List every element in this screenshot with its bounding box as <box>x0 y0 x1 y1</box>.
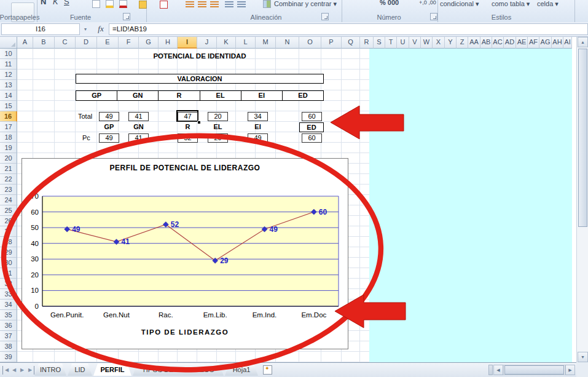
column-header-Q[interactable]: Q <box>342 37 360 49</box>
total-cell-EL[interactable]: 20 <box>208 112 228 121</box>
total-cell-ED[interactable]: 60 <box>302 112 322 121</box>
pc-cell-R[interactable]: 52 <box>178 133 198 143</box>
total-cell-R[interactable]: 47 <box>178 112 198 121</box>
sheet-tab-perfil[interactable]: PERFIL <box>93 363 131 376</box>
row-header-20[interactable]: 20 <box>0 153 17 164</box>
row17-header-ED[interactable]: ED <box>299 122 324 132</box>
vscroll-up-icon[interactable]: ▲ <box>578 37 588 47</box>
column-header-E[interactable]: E <box>97 37 119 49</box>
column-header-H[interactable]: H <box>159 37 178 49</box>
insert-worksheet-button[interactable]: ✦ <box>263 365 272 375</box>
chart[interactable]: PERFIL DE POTENCIAL DE LIDERAZGO TIPO DE… <box>22 158 348 349</box>
column-header-AB[interactable]: AB <box>480 37 492 49</box>
row17-header-GP[interactable]: GP <box>99 123 119 130</box>
formula-input[interactable]: =LID!AB19 <box>109 23 588 35</box>
column-header-AC[interactable]: AC <box>492 37 504 49</box>
row-header-11[interactable]: 11 <box>0 59 17 69</box>
column-header-N[interactable]: N <box>276 37 299 49</box>
column-header-I[interactable]: I <box>178 37 197 49</box>
tab-nav-prev-icon[interactable]: ◀ <box>10 366 18 375</box>
column-header-A[interactable]: A <box>17 37 33 49</box>
table-borders-icon[interactable] <box>160 1 168 9</box>
vscroll-down-icon[interactable]: ▼ <box>578 352 588 362</box>
fill-color-icon[interactable] <box>106 0 114 8</box>
row-header-29[interactable]: 29 <box>0 247 17 258</box>
pc-cell-EI[interactable]: 49 <box>248 133 268 143</box>
column-header-AE[interactable]: AE <box>516 37 528 49</box>
sheet-tab-lid[interactable]: LID <box>68 363 92 376</box>
column-header-Z[interactable]: Z <box>457 37 468 49</box>
pc-cell-ED[interactable]: 60 <box>302 133 322 143</box>
column-header-W[interactable]: W <box>421 37 433 49</box>
merge-center-icon[interactable] <box>263 0 271 8</box>
hscroll-thumb[interactable] <box>504 365 564 375</box>
row-header-12[interactable]: 12 <box>0 69 17 80</box>
alineacion-dialog-launcher[interactable] <box>321 13 329 20</box>
column-header-AG[interactable]: AG <box>539 37 552 49</box>
column-header-O[interactable]: O <box>299 37 321 49</box>
total-cell-GP[interactable]: 49 <box>99 112 119 121</box>
category-header-EI[interactable]: EI <box>241 90 283 101</box>
row-header-13[interactable]: 13 <box>0 80 17 90</box>
decimal-buttons[interactable]: +,0 ,00 <box>419 0 436 6</box>
cells-area[interactable]: POTENCIAL DE IDENTIDAD VALORACION GPGNRE… <box>17 49 572 362</box>
italic-button[interactable]: K <box>53 0 58 6</box>
column-header-B[interactable]: B <box>33 37 55 49</box>
hscroll-left-icon[interactable]: ◀ <box>493 365 503 375</box>
hscroll-right-icon[interactable]: ▶ <box>565 365 575 375</box>
row-header-38[interactable]: 38 <box>0 341 17 352</box>
align-left-icon[interactable] <box>186 0 194 9</box>
column-header-AH[interactable]: AH <box>552 37 563 49</box>
percent-style-button[interactable]: % 000 <box>380 0 399 6</box>
column-header-M[interactable]: M <box>256 37 276 49</box>
category-header-ED[interactable]: ED <box>283 90 324 101</box>
row-header-39[interactable]: 39 <box>0 352 17 362</box>
row-header-21[interactable]: 21 <box>0 164 17 174</box>
sheet-tab-intro[interactable]: INTRO <box>34 363 66 376</box>
name-box-dropdown-icon[interactable]: ▾ <box>80 23 90 35</box>
column-header-AI[interactable]: AI <box>563 37 572 49</box>
row17-header-EL[interactable]: EL <box>208 123 228 130</box>
column-header-Y[interactable]: Y <box>445 37 457 49</box>
column-header-R[interactable]: R <box>360 37 374 49</box>
merge-center-button[interactable]: Combinar y centrar ▾ <box>274 0 337 8</box>
category-header-GP[interactable]: GP <box>76 90 117 101</box>
row-header-18[interactable]: 18 <box>0 132 17 143</box>
row-header-31[interactable]: 31 <box>0 268 17 279</box>
tab-nav-next-icon[interactable]: ▶ <box>18 366 26 375</box>
vscroll-thumb[interactable] <box>578 49 587 227</box>
column-header-T[interactable]: T <box>385 37 397 49</box>
borders-icon[interactable] <box>92 0 100 8</box>
column-header-D[interactable]: D <box>76 37 97 49</box>
font-color-icon[interactable] <box>119 0 127 8</box>
column-header-AF[interactable]: AF <box>528 37 539 49</box>
column-header-V[interactable]: V <box>409 37 421 49</box>
pc-cell-GN[interactable]: 41 <box>128 133 149 143</box>
total-cell-EI[interactable]: 34 <box>248 112 268 121</box>
row-header-32[interactable]: 32 <box>0 279 17 289</box>
column-header-G[interactable]: G <box>139 37 159 49</box>
row-header-33[interactable]: 33 <box>0 289 17 300</box>
column-header-AD[interactable]: AD <box>504 37 516 49</box>
tab-split-handle[interactable] <box>488 365 493 375</box>
row-header-34[interactable]: 34 <box>0 300 17 310</box>
column-header-K[interactable]: K <box>217 37 236 49</box>
row-header-19[interactable]: 19 <box>0 143 17 153</box>
column-header-AA[interactable]: AA <box>468 37 480 49</box>
row-header-16[interactable]: 16 <box>0 111 17 122</box>
row-header-22[interactable]: 22 <box>0 174 17 185</box>
select-all-corner[interactable] <box>0 37 17 49</box>
bold-button[interactable]: N <box>41 0 46 6</box>
conditional-formatting-button[interactable]: condicional ▾ <box>440 0 479 8</box>
column-header-C[interactable]: C <box>55 37 76 49</box>
fx-button[interactable]: fx <box>94 23 108 35</box>
row-header-28[interactable]: 28 <box>0 237 17 247</box>
fuente-dialog-launcher[interactable] <box>123 13 130 20</box>
tab-nav-last-icon[interactable]: ▶ <box>26 366 34 375</box>
sheet-tab-tipos-de-liderazgo[interactable]: TIPOS DE LIDERAZGO <box>133 363 224 376</box>
row-header-10[interactable]: 10 <box>0 49 17 59</box>
pc-cell-GP[interactable]: 49 <box>99 133 119 143</box>
column-header-L[interactable]: L <box>236 37 256 49</box>
row-header-27[interactable]: 27 <box>0 226 17 237</box>
category-header-GN[interactable]: GN <box>117 90 159 101</box>
